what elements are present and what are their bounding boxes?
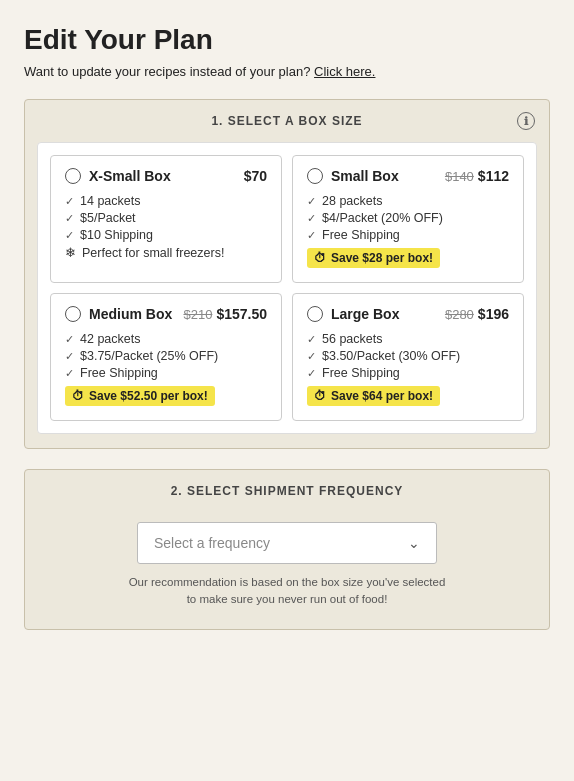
box-name-medium: Medium Box — [89, 306, 172, 322]
frequency-note: Our recommendation is based on the box s… — [127, 574, 447, 609]
frequency-body: Select a frequency ⌄ Our recommendation … — [25, 512, 549, 629]
savings-icon: ⏱ — [314, 251, 326, 265]
box-card-xsmall[interactable]: X-Small Box $70 ✓14 packets ✓$5/Packet ✓… — [50, 155, 282, 283]
box-name-small: Small Box — [331, 168, 399, 184]
box-features-xsmall: ✓14 packets ✓$5/Packet ✓$10 Shipping ❄Pe… — [65, 194, 267, 260]
page-title: Edit Your Plan — [24, 24, 550, 56]
price-current-medium: $157.50 — [216, 306, 267, 322]
box-card-large[interactable]: Large Box $280 $196 ✓56 packets ✓$3.50/P… — [292, 293, 524, 421]
box-card-small[interactable]: Small Box $140 $112 ✓28 packets ✓$4/Pack… — [292, 155, 524, 283]
check-icon: ✓ — [307, 195, 316, 208]
feature-item: ❄Perfect for small freezers! — [65, 245, 267, 260]
box-grid-wrapper: X-Small Box $70 ✓14 packets ✓$5/Packet ✓… — [37, 142, 537, 434]
price-current-small: $112 — [478, 168, 509, 184]
chevron-down-icon: ⌄ — [408, 535, 420, 551]
radio-medium — [65, 306, 81, 322]
check-icon: ✓ — [307, 333, 316, 346]
check-icon: ✓ — [307, 229, 316, 242]
feature-item: ✓14 packets — [65, 194, 267, 208]
feature-item: ✓$4/Packet (20% OFF) — [307, 211, 509, 225]
check-icon: ✓ — [65, 212, 74, 225]
snowflake-icon: ❄ — [65, 245, 76, 260]
check-icon: ✓ — [307, 350, 316, 363]
box-grid: X-Small Box $70 ✓14 packets ✓$5/Packet ✓… — [50, 155, 524, 421]
price-original-small: $140 — [445, 169, 474, 184]
radio-large — [307, 306, 323, 322]
box-card-medium[interactable]: Medium Box $210 $157.50 ✓42 packets ✓$3.… — [50, 293, 282, 421]
check-icon: ✓ — [65, 229, 74, 242]
price-current-large: $196 — [478, 306, 509, 322]
box-features-small: ✓28 packets ✓$4/Packet (20% OFF) ✓Free S… — [307, 194, 509, 242]
feature-item: ✓Free Shipping — [65, 366, 267, 380]
feature-item: ✓$3.50/Packet (30% OFF) — [307, 349, 509, 363]
feature-item: ✓$3.75/Packet (25% OFF) — [65, 349, 267, 363]
feature-item: ✓28 packets — [307, 194, 509, 208]
savings-badge-large: ⏱ Save $64 per box! — [307, 386, 440, 406]
frequency-placeholder: Select a frequency — [154, 535, 270, 551]
feature-item: ✓$5/Packet — [65, 211, 267, 225]
check-icon: ✓ — [307, 212, 316, 225]
update-recipes-link[interactable]: Click here. — [314, 64, 375, 79]
feature-item: ✓42 packets — [65, 332, 267, 346]
price-current-xsmall: $70 — [244, 168, 267, 184]
check-icon: ✓ — [65, 195, 74, 208]
feature-item: ✓Free Shipping — [307, 366, 509, 380]
page-subtitle: Want to update your recipes instead of y… — [24, 64, 550, 79]
frequency-dropdown[interactable]: Select a frequency ⌄ — [137, 522, 437, 564]
info-icon[interactable]: ℹ — [517, 112, 535, 130]
radio-small — [307, 168, 323, 184]
feature-item: ✓Free Shipping — [307, 228, 509, 242]
box-size-section: 1. SELECT A BOX SIZE ℹ X-Small Box $70 ✓… — [24, 99, 550, 449]
radio-xsmall — [65, 168, 81, 184]
box-size-header: 1. SELECT A BOX SIZE ℹ — [25, 100, 549, 142]
savings-icon: ⏱ — [72, 389, 84, 403]
feature-item: ✓$10 Shipping — [65, 228, 267, 242]
frequency-section: 2. SELECT SHIPMENT FREQUENCY Select a fr… — [24, 469, 550, 630]
feature-item: ✓56 packets — [307, 332, 509, 346]
check-icon: ✓ — [65, 367, 74, 380]
box-features-large: ✓56 packets ✓$3.50/Packet (30% OFF) ✓Fre… — [307, 332, 509, 380]
box-name-large: Large Box — [331, 306, 399, 322]
savings-icon: ⏱ — [314, 389, 326, 403]
check-icon: ✓ — [65, 350, 74, 363]
check-icon: ✓ — [307, 367, 316, 380]
savings-badge-medium: ⏱ Save $52.50 per box! — [65, 386, 215, 406]
frequency-header: 2. SELECT SHIPMENT FREQUENCY — [25, 470, 549, 512]
price-original-medium: $210 — [183, 307, 212, 322]
savings-badge-small: ⏱ Save $28 per box! — [307, 248, 440, 268]
price-original-large: $280 — [445, 307, 474, 322]
box-features-medium: ✓42 packets ✓$3.75/Packet (25% OFF) ✓Fre… — [65, 332, 267, 380]
box-name-xsmall: X-Small Box — [89, 168, 171, 184]
check-icon: ✓ — [65, 333, 74, 346]
